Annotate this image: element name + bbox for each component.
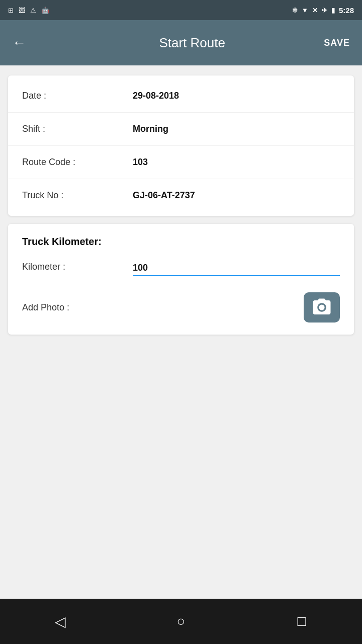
truck-kilometer-title: Truck Kilometer: (22, 236, 340, 248)
date-value: 29-08-2018 (133, 91, 179, 101)
warning-icon: ⚠ (30, 7, 36, 14)
content-area: Date : 29-08-2018 Shift : Morning Route … (0, 65, 362, 599)
shift-label: Shift : (22, 124, 133, 134)
photo-icon-wrap (133, 292, 340, 323)
recent-nav-button[interactable]: □ (292, 611, 312, 631)
truck-no-label: Truck No : (22, 190, 133, 201)
kilometer-input[interactable] (133, 263, 340, 276)
status-time: 5:28 (339, 6, 354, 15)
signal-off-icon: ✕ (312, 7, 318, 14)
truck-no-value: GJ-06-AT-2737 (133, 190, 195, 201)
android-icon: 🤖 (41, 7, 49, 14)
save-button[interactable]: SAVE (324, 38, 350, 48)
kilometer-label: Kilometer : (22, 262, 133, 276)
wifi-icon: ▼ (302, 7, 308, 14)
app-bar-title: Start Route (36, 35, 348, 51)
info-card: Date : 29-08-2018 Shift : Morning Route … (8, 75, 354, 216)
battery-icon: ▮ (331, 7, 335, 14)
shift-value: Morning (133, 124, 168, 134)
bottom-navigation: ◁ ○ □ (0, 599, 362, 644)
image-icon: 🖼 (19, 7, 25, 14)
date-row: Date : 29-08-2018 (8, 79, 354, 113)
truck-kilometer-card: Truck Kilometer: Kilometer : Add Photo : (8, 224, 354, 335)
back-nav-button[interactable]: ◁ (50, 611, 70, 631)
kilometer-input-wrap[interactable] (133, 263, 340, 276)
app-bar: ← Start Route SAVE (0, 20, 362, 65)
route-code-label: Route Code : (22, 157, 133, 168)
route-code-value: 103 (133, 157, 148, 168)
route-code-row: Route Code : 103 (8, 146, 354, 179)
home-nav-button[interactable]: ○ (171, 611, 191, 631)
status-bar-right: ✲ ▼ ✕ ✈ ▮ 5:28 (292, 6, 354, 15)
airplane-icon: ✈ (322, 7, 327, 14)
status-bar-left: ⊞ 🖼 ⚠ 🤖 (8, 7, 49, 14)
bluetooth-icon: ✲ (292, 7, 298, 14)
add-photo-row: Add Photo : (22, 292, 340, 323)
status-bar: ⊞ 🖼 ⚠ 🤖 ✲ ▼ ✕ ✈ ▮ 5:28 (0, 0, 362, 20)
back-button[interactable]: ← (12, 35, 26, 51)
camera-button[interactable] (304, 292, 340, 323)
date-label: Date : (22, 91, 133, 101)
add-photo-label: Add Photo : (22, 302, 133, 313)
kilometer-row: Kilometer : (22, 262, 340, 276)
truck-no-row: Truck No : GJ-06-AT-2737 (8, 179, 354, 212)
shift-row: Shift : Morning (8, 113, 354, 146)
camera-icon (311, 297, 332, 318)
grid-icon: ⊞ (8, 7, 14, 14)
